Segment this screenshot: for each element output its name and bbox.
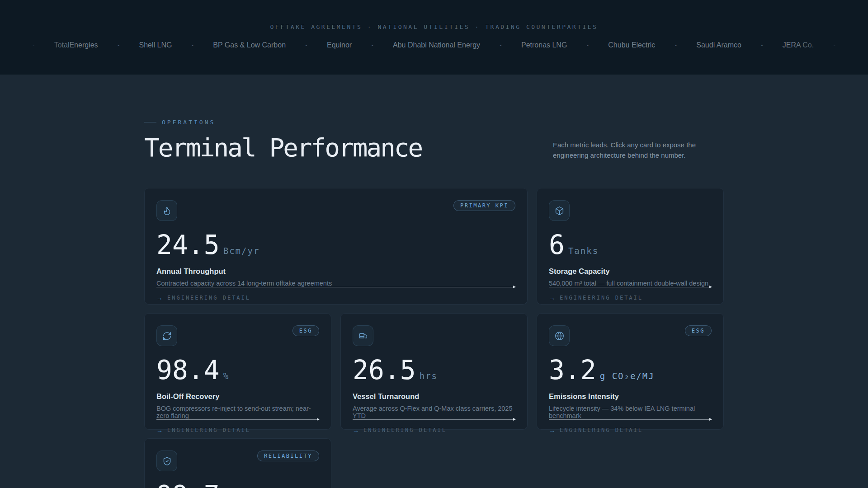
kpi-unit: hrs [420, 371, 438, 381]
kpi-description: Average across Q-Flex and Q-Max class ca… [353, 405, 515, 419]
page-title: Terminal Performance [144, 133, 422, 162]
engineering-detail-label: ENGINEERING DETAIL [560, 427, 643, 433]
kpi-value: 98.4 [156, 357, 220, 383]
kpi-description: Lifecycle intensity — 34% below IEA LNG … [549, 405, 712, 419]
arrow-right-icon: → [549, 427, 555, 433]
kpi-card-annual-throughput[interactable]: PRIMARY KPI 24.5 Bcm/yr Annual Throughpu… [144, 188, 528, 305]
counterparties-ticker-band: OFFTAKE AGREEMENTS · NATIONAL UTILITIES … [0, 0, 868, 75]
engineering-detail-link[interactable]: → ENGINEERING DETAIL [156, 287, 515, 301]
kpi-card-reliability[interactable]: RELIABILITY 99.7 % [144, 438, 331, 488]
arrow-right-icon: → [549, 295, 555, 301]
dot-separator-icon: • [675, 42, 677, 48]
kpi-card-storage-capacity[interactable]: 6 Tanks Storage Capacity 540,000 m³ tota… [537, 188, 724, 305]
ticker-item: Shell LNG [139, 41, 172, 49]
eyebrow-label: OPERATIONS [162, 119, 215, 126]
kpi-title: Annual Throughput [156, 267, 515, 276]
kpi-value: 26.5 [353, 357, 416, 383]
eyebrow-dash [144, 122, 156, 122]
ticker-item: Equinor [327, 41, 352, 49]
ticker-item: TotalEnergies [54, 41, 98, 49]
cube-icon [549, 200, 570, 221]
dot-separator-icon: • [118, 42, 119, 48]
ticker-item: Kansai Power [0, 41, 13, 49]
dot-separator-icon: • [834, 42, 835, 48]
dot-separator-icon: • [306, 42, 307, 48]
kpi-title: Emissions Intensity [549, 392, 712, 401]
primary-kpi-badge: PRIMARY KPI [453, 200, 515, 211]
engineering-detail-link[interactable]: → ENGINEERING DETAIL [353, 419, 515, 433]
dot-separator-icon: • [372, 42, 373, 48]
kpi-title: Storage Capacity [549, 267, 712, 276]
kpi-description: 540,000 m³ total — full containment doub… [549, 280, 712, 287]
flame-icon [156, 200, 177, 221]
ticker-heading: OFFTAKE AGREEMENTS · NATIONAL UTILITIES … [0, 23, 868, 30]
arrow-right-icon: → [156, 427, 163, 433]
kpi-title: Boil-Off Recovery [156, 392, 319, 401]
kpi-card-vessel-turnaround[interactable]: 26.5 hrs Vessel Turnaround Average acros… [340, 313, 528, 430]
ticker-item: Abu Dhabi National Energy [393, 41, 480, 49]
kpi-value: 99.7 [156, 482, 220, 488]
refresh-icon [156, 325, 177, 346]
engineering-detail-link[interactable]: → ENGINEERING DETAIL [156, 419, 319, 433]
reliability-badge: RELIABILITY [257, 450, 319, 461]
kpi-description: BOG compressors re-inject to send-out st… [156, 405, 319, 419]
dot-separator-icon: • [587, 42, 589, 48]
ticker-fade-right [791, 0, 868, 75]
dot-separator-icon: • [33, 42, 34, 48]
ticker-item: Chubu Electric [608, 41, 655, 49]
section-lede: Each metric leads. Click any card to exp… [553, 140, 724, 160]
section-eyebrow: OPERATIONS [144, 119, 422, 126]
kpi-description: Contracted capacity across 14 long-term … [156, 280, 515, 287]
kpi-value: 24.5 [156, 232, 220, 258]
kpi-grid: PRIMARY KPI 24.5 Bcm/yr Annual Throughpu… [144, 188, 724, 488]
ticker-fade-left [0, 0, 77, 75]
arrow-right-icon: → [156, 295, 163, 301]
kpi-unit: Bcm/yr [223, 246, 260, 256]
vessel-icon [353, 325, 373, 346]
globe-icon [549, 325, 570, 346]
kpi-unit: % [223, 371, 229, 381]
kpi-title: Vessel Turnaround [353, 392, 515, 401]
engineering-detail-label: ENGINEERING DETAIL [167, 427, 250, 433]
kpi-card-boil-off-recovery[interactable]: ESG 98.4 % Boil-Off Recovery BOG compres… [144, 313, 331, 430]
kpi-card-emissions-intensity[interactable]: ESG 3.2 g CO₂e/MJ Emissions Intensity Li… [537, 313, 724, 430]
engineering-detail-label: ENGINEERING DETAIL [363, 427, 447, 433]
ticker-item: BP Gas & Low Carbon [213, 41, 286, 49]
terminal-performance-section: OPERATIONS Terminal Performance Each met… [144, 75, 724, 488]
shield-check-icon [156, 450, 177, 471]
arrow-right-icon: → [353, 427, 359, 433]
ticker-item: JERA Co. [783, 41, 814, 49]
kpi-value: 6 [549, 232, 565, 258]
ticker-row: Kansai Power • TotalEnergies • Shell LNG… [0, 41, 868, 49]
ticker-item: Kansai Power [855, 41, 868, 49]
kpi-value: 3.2 [549, 357, 596, 383]
ticker-item: Petronas LNG [521, 41, 567, 49]
engineering-detail-label: ENGINEERING DETAIL [560, 295, 643, 301]
ticker-item: Saudi Aramco [696, 41, 741, 49]
esg-badge: ESG [685, 325, 712, 336]
engineering-detail-link[interactable]: → ENGINEERING DETAIL [549, 287, 712, 301]
kpi-unit: Tanks [568, 246, 599, 256]
dot-separator-icon: • [500, 42, 502, 48]
kpi-unit: g CO₂e/MJ [600, 371, 655, 381]
dot-separator-icon: • [761, 42, 763, 48]
engineering-detail-link[interactable]: → ENGINEERING DETAIL [549, 419, 712, 433]
engineering-detail-label: ENGINEERING DETAIL [167, 295, 250, 301]
dot-separator-icon: • [192, 42, 193, 48]
esg-badge: ESG [292, 325, 319, 336]
